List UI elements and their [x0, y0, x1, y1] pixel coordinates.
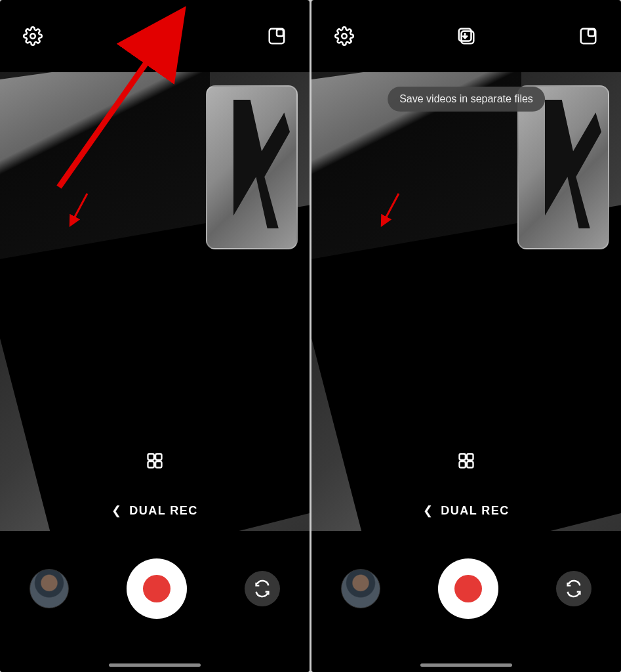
- home-indicator[interactable]: [420, 663, 512, 667]
- save-mode-separate-icon[interactable]: [454, 24, 478, 48]
- svg-rect-14: [588, 30, 595, 36]
- screenshot-left: ❮ DUAL REC: [0, 0, 310, 672]
- record-dot: [143, 575, 170, 602]
- svg-rect-19: [467, 461, 473, 467]
- chevron-left-icon: ❮: [111, 503, 121, 518]
- bottom-bar: [311, 531, 621, 672]
- mode-selector[interactable]: ❮ DUAL REC: [0, 503, 310, 518]
- record-dot: [454, 575, 482, 602]
- svg-point-10: [342, 33, 347, 39]
- mode-label: DUAL REC: [129, 504, 198, 518]
- gallery-thumbnail[interactable]: [341, 569, 380, 608]
- mode-selector[interactable]: ❮ DUAL REC: [311, 503, 621, 518]
- gallery-thumbnail[interactable]: [30, 569, 69, 608]
- preview-laptop-keyboard: [311, 205, 621, 576]
- settings-icon[interactable]: [332, 24, 356, 48]
- save-mode-tooltip: Save videos in separate files: [388, 87, 545, 112]
- record-button[interactable]: [438, 558, 498, 619]
- svg-rect-8: [155, 461, 161, 467]
- top-bar: [311, 0, 621, 72]
- svg-rect-6: [155, 454, 161, 460]
- mode-label: DUAL REC: [441, 504, 510, 518]
- preview-laptop-keyboard: [0, 205, 310, 576]
- save-mode-icon[interactable]: [143, 24, 167, 48]
- svg-rect-18: [460, 461, 466, 467]
- bottom-bar: [0, 531, 310, 672]
- screenshot-right: Save videos in separate files ❮ DUAL REC: [311, 0, 621, 672]
- svg-rect-16: [460, 454, 466, 460]
- filters-icon[interactable]: [146, 452, 164, 470]
- record-button[interactable]: [127, 558, 187, 619]
- switch-camera-button[interactable]: [556, 571, 591, 606]
- picture-in-picture-preview[interactable]: [206, 85, 298, 249]
- svg-rect-7: [148, 461, 154, 467]
- switch-camera-button[interactable]: [245, 571, 280, 606]
- filters-icon[interactable]: [457, 452, 475, 470]
- top-bar: [0, 0, 310, 72]
- svg-rect-5: [148, 454, 154, 460]
- svg-point-0: [30, 33, 35, 39]
- home-indicator[interactable]: [109, 663, 201, 667]
- settings-icon[interactable]: [21, 24, 45, 48]
- svg-rect-3: [277, 30, 283, 36]
- pip-layout-icon[interactable]: [576, 24, 600, 48]
- svg-rect-17: [467, 454, 473, 460]
- chevron-left-icon: ❮: [423, 503, 433, 518]
- pip-layout-icon[interactable]: [265, 24, 289, 48]
